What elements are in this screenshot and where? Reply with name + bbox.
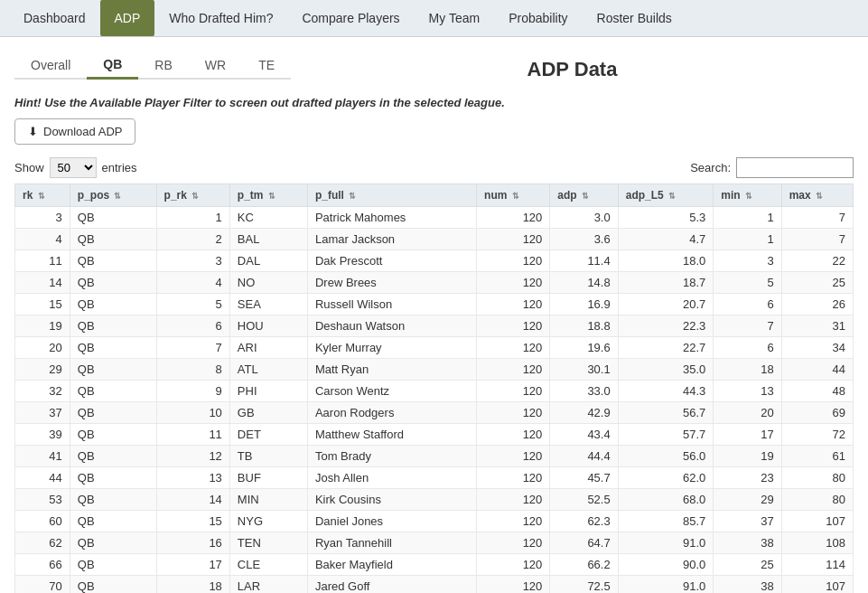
cell-num: 120 — [477, 402, 550, 424]
table-controls: Show 102550100 entries Search: — [14, 157, 854, 178]
col-num[interactable]: num ⇅ — [477, 184, 550, 207]
col-max[interactable]: max ⇅ — [781, 184, 853, 207]
cell-rk: 11 — [15, 250, 70, 272]
cell-p_full: Drew Brees — [307, 272, 476, 294]
cell-min: 37 — [714, 511, 781, 532]
cell-p_full: Russell Wilson — [307, 294, 476, 315]
sort-icon-full: ⇅ — [349, 192, 356, 201]
cell-adp: 45.7 — [550, 467, 618, 489]
cell-rk: 29 — [15, 359, 70, 381]
table-row: 41QB12TBTom Brady12044.456.01961 — [15, 446, 854, 467]
cell-num: 120 — [477, 272, 550, 294]
cell-p_pos: QB — [70, 467, 156, 489]
col-adp[interactable]: adp ⇅ — [550, 184, 618, 207]
nav-item-who-drafted-him?[interactable]: Who Drafted Him? — [154, 0, 287, 36]
pos-tab-rb[interactable]: RB — [138, 52, 188, 78]
col-rk[interactable]: rk ⇅ — [15, 184, 70, 207]
pos-tab-te[interactable]: TE — [242, 52, 291, 78]
cell-p_full: Aaron Rodgers — [307, 402, 476, 424]
cell-max: 7 — [781, 207, 853, 229]
download-adp-button[interactable]: ⬇ Download ADP — [14, 118, 135, 145]
cell-adp_l5: 56.0 — [618, 446, 714, 467]
cell-adp: 44.4 — [550, 446, 618, 467]
cell-p_tm: NYG — [229, 511, 307, 532]
cell-rk: 39 — [15, 424, 70, 446]
cell-adp_l5: 91.0 — [618, 576, 714, 594]
cell-p_full: Lamar Jackson — [307, 229, 476, 250]
table-row: 44QB13BUFJosh Allen12045.762.02380 — [15, 467, 854, 489]
cell-max: 44 — [781, 359, 853, 381]
page-title: ADP Data — [527, 54, 618, 81]
col-tm[interactable]: p_tm ⇅ — [229, 184, 307, 207]
search-label: Search: — [690, 161, 731, 174]
nav-item-probability[interactable]: Probability — [494, 0, 582, 36]
cell-p_full: Ryan Tannehill — [307, 532, 476, 554]
entries-select[interactable]: 102550100 — [50, 157, 97, 178]
cell-p_pos: QB — [70, 511, 156, 532]
sort-icon-prk: ⇅ — [191, 192, 199, 201]
cell-p_rk: 4 — [156, 272, 229, 294]
cell-adp: 16.9 — [550, 294, 618, 315]
cell-p_tm: GB — [229, 402, 307, 424]
col-prk[interactable]: p_rk ⇅ — [156, 184, 229, 207]
cell-adp: 43.4 — [550, 424, 618, 446]
hint-label: Hint! Use the Available Player Filter to… — [14, 96, 505, 109]
cell-min: 6 — [714, 337, 781, 359]
table-row: 14QB4NODrew Brees12014.818.7525 — [15, 272, 854, 294]
cell-num: 120 — [477, 554, 550, 576]
cell-p_rk: 16 — [156, 532, 229, 554]
cell-p_tm: DET — [229, 424, 307, 446]
cell-num: 120 — [477, 250, 550, 272]
cell-min: 1 — [714, 229, 781, 250]
cell-p_pos: QB — [70, 272, 156, 294]
table-row: 37QB10GBAaron Rodgers12042.956.72069 — [15, 402, 854, 424]
nav-item-compare-players[interactable]: Compare Players — [287, 0, 414, 36]
cell-adp: 33.0 — [550, 381, 618, 402]
cell-p_pos: QB — [70, 207, 156, 229]
cell-p_rk: 7 — [156, 337, 229, 359]
nav-item-roster-builds[interactable]: Roster Builds — [583, 0, 686, 36]
cell-p_full: Patrick Mahomes — [307, 207, 476, 229]
nav-item-dashboard[interactable]: Dashboard — [9, 0, 100, 36]
table-row: 20QB7ARIKyler Murray12019.622.7634 — [15, 337, 854, 359]
cell-p_pos: QB — [70, 532, 156, 554]
table-row: 60QB15NYGDaniel Jones12062.385.737107 — [15, 511, 854, 532]
cell-min: 18 — [714, 359, 781, 381]
cell-p_tm: TB — [229, 446, 307, 467]
pos-tab-qb[interactable]: QB — [87, 52, 138, 80]
cell-adp: 30.1 — [550, 359, 618, 381]
nav-item-adp[interactable]: ADP — [100, 0, 155, 36]
cell-adp: 62.3 — [550, 511, 618, 532]
show-entries-control: Show 102550100 entries — [14, 157, 137, 178]
cell-rk: 15 — [15, 294, 70, 315]
cell-adp_l5: 90.0 — [618, 554, 714, 576]
cell-adp: 64.7 — [550, 532, 618, 554]
cell-p_tm: NO — [229, 272, 307, 294]
table-head: rk ⇅ p_pos ⇅ p_rk ⇅ p_tm ⇅ p_full ⇅ num … — [15, 184, 854, 207]
cell-p_rk: 8 — [156, 359, 229, 381]
col-full[interactable]: p_full ⇅ — [307, 184, 476, 207]
search-input[interactable] — [736, 157, 854, 178]
col-pos[interactable]: p_pos ⇅ — [70, 184, 156, 207]
cell-p_full: Carson Wentz — [307, 381, 476, 402]
cell-p_tm: ARI — [229, 337, 307, 359]
cell-p_full: Deshaun Watson — [307, 315, 476, 337]
cell-rk: 66 — [15, 554, 70, 576]
cell-p_rk: 6 — [156, 315, 229, 337]
col-min[interactable]: min ⇅ — [714, 184, 781, 207]
cell-min: 1 — [714, 207, 781, 229]
cell-p_tm: DAL — [229, 250, 307, 272]
cell-p_rk: 9 — [156, 381, 229, 402]
pos-tab-wr[interactable]: WR — [189, 52, 242, 78]
cell-p_rk: 5 — [156, 294, 229, 315]
table-row: 62QB16TENRyan Tannehill12064.791.038108 — [15, 532, 854, 554]
cell-num: 120 — [477, 576, 550, 594]
pos-tab-overall[interactable]: Overall — [14, 52, 87, 78]
cell-p_tm: ATL — [229, 359, 307, 381]
cell-p_tm: PHI — [229, 381, 307, 402]
col-adpl5[interactable]: adp_L5 ⇅ — [618, 184, 714, 207]
cell-p_rk: 17 — [156, 554, 229, 576]
sort-icon-rk: ⇅ — [38, 192, 45, 201]
nav-item-my-team[interactable]: My Team — [415, 0, 495, 36]
cell-adp_l5: 91.0 — [618, 532, 714, 554]
